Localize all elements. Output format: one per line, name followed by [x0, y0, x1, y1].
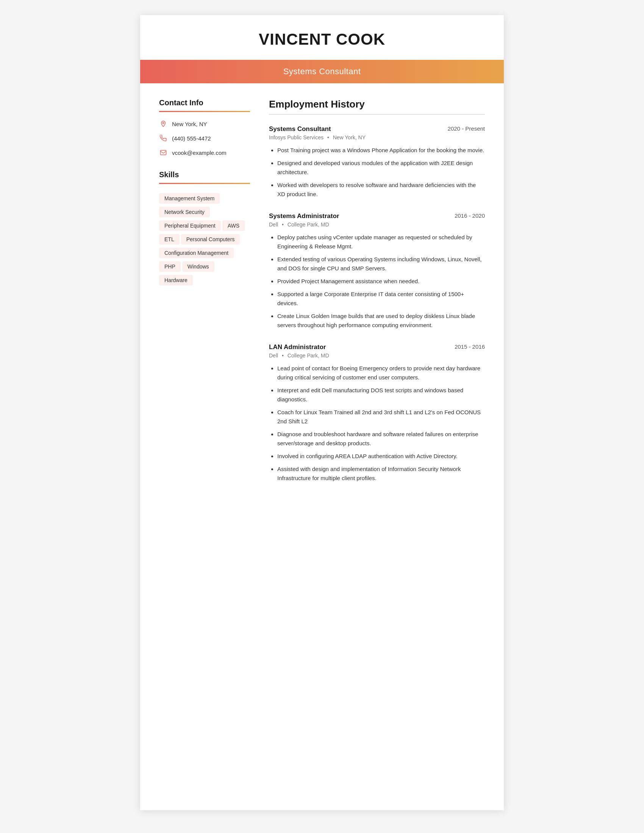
- job-bullet-item: Provided Project Management assistance w…: [277, 277, 485, 286]
- job-title: LAN Administrator: [269, 343, 326, 351]
- job-bullet-item: Involved in configuring AREA LDAP authen…: [277, 452, 485, 461]
- job-bullets: Deploy patches using vCenter update mana…: [269, 233, 485, 330]
- skills-section-title: Skills: [159, 170, 250, 179]
- job-title: Systems Administrator: [269, 212, 339, 220]
- phone-icon: [159, 134, 167, 142]
- sidebar: Contact Info New York, NY (440) 555: [159, 98, 250, 496]
- phone-text: (440) 555-4472: [172, 135, 211, 142]
- job-bullet-item: Supported a large Corporate Enterprise I…: [277, 289, 485, 308]
- job-header: Systems Administrator2016 - 2020: [269, 212, 485, 220]
- contact-phone: (440) 555-4472: [159, 134, 250, 142]
- job-entry: Systems Administrator2016 - 2020Dell • C…: [269, 212, 485, 330]
- title-bar: Systems Consultant: [140, 60, 504, 83]
- job-bullet-item: Assisted with design and implementation …: [277, 465, 485, 483]
- contact-email: vcook@example.com: [159, 148, 250, 157]
- job-company: Dell • College Park, MD: [269, 352, 485, 359]
- email-text: vcook@example.com: [172, 150, 227, 156]
- skill-tag: AWS: [222, 220, 245, 231]
- job-header: Systems Consultant2020 - Present: [269, 125, 485, 133]
- job-dates: 2020 - Present: [448, 125, 485, 132]
- job-company: Dell • College Park, MD: [269, 222, 485, 228]
- job-company: Infosys Public Services • New York, NY: [269, 134, 485, 140]
- job-bullet-item: Extended testing of various Operating Sy…: [277, 255, 485, 273]
- job-bullet-item: Coach for Linux Team Trained all 2nd and…: [277, 408, 485, 426]
- job-entry: Systems Consultant2020 - PresentInfosys …: [269, 125, 485, 199]
- contact-location: New York, NY: [159, 120, 250, 128]
- skill-tag: Windows: [182, 261, 214, 272]
- job-bullets: Lead point of contact for Boeing Emergen…: [269, 364, 485, 483]
- resume-container: VINCENT COOK Systems Consultant Contact …: [140, 15, 504, 810]
- skill-tag: Peripheral Equipment: [159, 220, 221, 231]
- contact-section-title: Contact Info: [159, 98, 250, 107]
- jobs-container: Systems Consultant2020 - PresentInfosys …: [269, 125, 485, 483]
- job-bullets: Post Training project was a Windows Phon…: [269, 146, 485, 199]
- job-title: Systems Consultant: [269, 125, 331, 133]
- skill-tag: Network Security: [159, 207, 210, 217]
- body-section: Contact Info New York, NY (440) 555: [140, 83, 504, 511]
- job-title-bar: Systems Consultant: [283, 67, 361, 76]
- job-bullet-item: Worked with developers to resolve softwa…: [277, 181, 485, 199]
- main-content: Employment History Systems Consultant202…: [269, 98, 485, 496]
- job-entry: LAN Administrator2015 - 2016Dell • Colle…: [269, 343, 485, 483]
- employment-section-title: Employment History: [269, 98, 485, 110]
- location-text: New York, NY: [172, 121, 207, 127]
- skills-divider: [159, 183, 250, 184]
- job-header: LAN Administrator2015 - 2016: [269, 343, 485, 351]
- job-bullet-item: Create Linux Golden Image builds that ar…: [277, 312, 485, 330]
- skills-tags-container: Management SystemNetwork SecurityPeriphe…: [159, 191, 250, 287]
- header-section: VINCENT COOK: [140, 15, 504, 56]
- job-dates: 2015 - 2016: [455, 343, 485, 350]
- skill-tag: PHP: [159, 261, 181, 272]
- svg-rect-1: [161, 150, 166, 155]
- job-bullet-item: Designed and developed various modules o…: [277, 159, 485, 177]
- svg-point-0: [163, 122, 164, 124]
- employment-divider: [269, 114, 485, 115]
- skill-tag: ETL: [159, 234, 180, 244]
- skill-tag: Personal Computers: [181, 234, 240, 244]
- job-bullet-item: Diagnose and troubleshoot hardware and s…: [277, 430, 485, 448]
- email-icon: [159, 148, 167, 157]
- contact-divider: [159, 111, 250, 112]
- location-icon: [159, 120, 167, 128]
- skill-tag: Hardware: [159, 275, 193, 286]
- candidate-name: VINCENT COOK: [140, 30, 504, 48]
- job-bullet-item: Post Training project was a Windows Phon…: [277, 146, 485, 155]
- job-dates: 2016 - 2020: [455, 212, 485, 219]
- job-bullet-item: Deploy patches using vCenter update mana…: [277, 233, 485, 251]
- job-bullet-item: Lead point of contact for Boeing Emergen…: [277, 364, 485, 382]
- skill-tag: Management System: [159, 193, 220, 204]
- job-bullet-item: Interpret and edit Dell manufacturing DO…: [277, 386, 485, 404]
- skills-section: Skills Management SystemNetwork Security…: [159, 170, 250, 287]
- skill-tag: Configuration Management: [159, 248, 234, 258]
